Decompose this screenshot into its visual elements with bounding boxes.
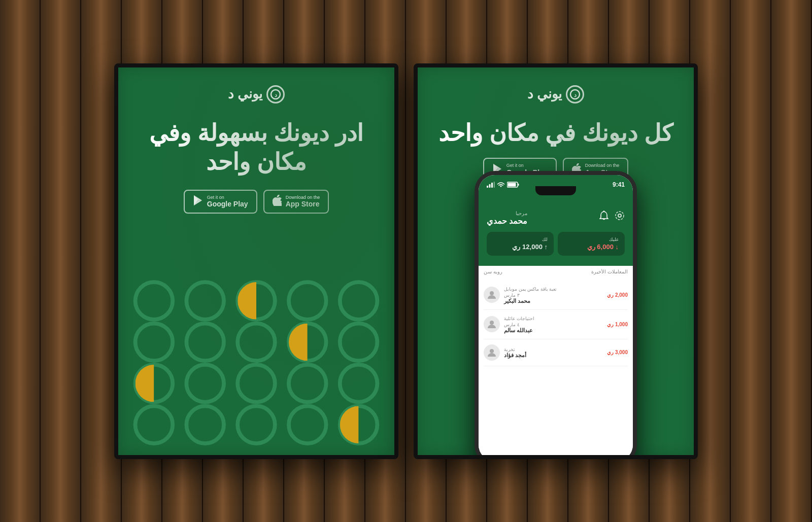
battery-icon: [507, 182, 519, 188]
transaction-item-3: 3,000 ري تخرية أمجد فؤاد: [484, 339, 628, 366]
svg-point-26: [289, 406, 326, 443]
phone-time: 9:41: [613, 181, 625, 188]
transaction-item-3-right: تخرية أمجد فؤاد: [484, 344, 526, 361]
poster2-logo-icon: د: [566, 85, 584, 103]
transaction-1-date: ٣ مارس: [504, 293, 520, 298]
poster2-headline: كل ديونك في مكان واحد: [418, 109, 693, 158]
svg-point-25: [238, 406, 275, 443]
poster1-app-store-button[interactable]: Download on the App Store: [263, 190, 329, 214]
svg-point-40: [616, 212, 624, 220]
poster1-app-store-text: Download on the App Store: [286, 195, 320, 209]
settings-icon: [615, 211, 625, 221]
wood-slat: [0, 0, 41, 522]
phone-transaction-list: 2,000 ري تعبة باقة ماكس يمن موبايل ٣ مار…: [479, 275, 633, 459]
status-icons: [487, 182, 519, 188]
signal-icon: [487, 182, 495, 188]
poster1-logo-wrapper: يوني د د: [228, 85, 285, 103]
poster1-google-play-text: Get it on Google Play: [207, 195, 248, 209]
user-icon-3: [487, 348, 496, 357]
transaction-3-details: تخرية أمجد فؤاد: [504, 346, 526, 359]
poster1-logo-icon: د: [266, 85, 285, 103]
svg-rect-34: [491, 183, 493, 188]
transaction-item-3-left: 3,000 ري: [603, 350, 628, 355]
avatar-2: [484, 316, 500, 332]
transaction-1-desc: تعبة باقة ماكس يمن موبايل: [504, 287, 557, 292]
svg-point-23: [136, 406, 173, 443]
transaction-amount-2: 1,000 ري: [607, 322, 628, 327]
svg-point-41: [490, 291, 494, 295]
balance-card-owe: عليك ↓ 6,000 ري: [558, 232, 625, 256]
phone-screen: 9:41: [479, 175, 633, 459]
transaction-item-1-left: 2,000 ري: [603, 292, 628, 298]
poster2-logo-area: يوني د د: [418, 67, 694, 109]
transaction-item-2: 1,000 ري احتياجات عائلية ٤ مارس عبدالله …: [484, 310, 628, 339]
svg-point-2: [136, 282, 173, 320]
poster1-logo-area: يوني د د: [118, 67, 394, 109]
transaction-item-1-right: تعبة باقة ماكس يمن موبايل ٣ مارس محمد ال…: [484, 286, 557, 304]
svg-point-43: [490, 349, 494, 353]
lend-amount: ↑ 12,000 ري: [493, 243, 548, 251]
poster-1: يوني د د ادر ديونك بسهولة وفي مكان واحد: [114, 63, 398, 459]
phone-body: 9:41: [475, 171, 637, 459]
balance-card-lend: لك ↑ 12,000 ري: [487, 232, 554, 256]
transaction-amount-3: 3,000 ري: [607, 350, 628, 355]
poster-2: يوني د د كل ديونك في مكان واحد: [414, 63, 698, 459]
svg-point-20: [238, 364, 275, 402]
owe-amount: ↓ 6,000 ري: [564, 243, 619, 251]
svg-rect-33: [489, 184, 491, 188]
svg-point-11: [238, 323, 275, 361]
user-icon-2: [487, 320, 496, 329]
phone-header-top: مرحبا محمد حمدي: [487, 211, 625, 226]
svg-point-7: [289, 282, 326, 320]
transaction-2-details: احتياجات عائلية ٤ مارس عبدالله سالم: [504, 315, 534, 334]
transaction-amount-1: 2,000 ري: [607, 292, 628, 298]
apple-icon: [273, 195, 282, 208]
transaction-2-date: ٤ مارس: [504, 322, 520, 327]
poster1-google-play-button[interactable]: Get it on Google Play: [184, 190, 257, 214]
svg-point-39: [618, 214, 621, 217]
svg-point-42: [490, 321, 494, 325]
phone-mockup: 9:41: [475, 171, 637, 459]
circles-decoration: [118, 272, 394, 455]
phone-greeting: مرحبا: [487, 211, 527, 216]
transaction-section-header: المعاملات الأخيرة رويه سن: [479, 266, 633, 275]
transaction-3-name: أمجد فؤاد: [504, 352, 526, 359]
avatar-1: [484, 287, 500, 303]
wood-slat: [771, 0, 812, 522]
transaction-2-desc: احتياجات عائلية: [504, 316, 534, 321]
view-all-label: المعاملات الأخيرة: [591, 269, 628, 274]
phone-user-name: محمد حمدي: [487, 216, 527, 226]
svg-rect-38: [518, 184, 519, 186]
phone-notch-visual: [535, 186, 576, 195]
circles-svg: [128, 277, 384, 450]
poster1-store-buttons: Get it on Google Play Download on the Ap…: [184, 190, 329, 214]
svg-rect-32: [487, 186, 488, 188]
svg-point-21: [289, 364, 326, 402]
wifi-icon: [497, 182, 505, 188]
svg-point-24: [186, 406, 224, 443]
transaction-item-1: 2,000 ري تعبة باقة ماكس يمن موبايل ٣ مار…: [484, 281, 628, 310]
svg-text:د: د: [574, 92, 577, 98]
svg-rect-37: [508, 183, 516, 186]
svg-point-10: [186, 323, 224, 361]
wood-slat: [731, 0, 771, 522]
avatar-3: [484, 344, 500, 361]
transaction-item-2-right: احتياجات عائلية ٤ مارس عبدالله سالم: [484, 315, 534, 334]
svg-point-8: [340, 282, 378, 320]
phone-notch-spacer: [479, 190, 633, 195]
poster1-logo-text: يوني د: [228, 86, 262, 102]
phone-balance-cards: عليك ↓ 6,000 ري لك ↑ 12,000 ري: [487, 232, 625, 256]
owe-label: عليك: [564, 237, 619, 242]
svg-point-15: [340, 323, 378, 361]
transaction-2-name: عبدالله سالم: [504, 327, 533, 334]
recent-label: رويه سن: [484, 269, 502, 274]
user-icon-1: [487, 290, 496, 299]
svg-point-9: [136, 323, 173, 361]
transaction-item-2-left: 1,000 ري: [603, 322, 628, 327]
svg-point-19: [186, 364, 224, 402]
svg-text:د: د: [275, 92, 277, 98]
play-store-icon: [193, 195, 203, 208]
phone-user-info: مرحبا محمد حمدي: [487, 211, 527, 226]
wood-slat: [41, 0, 81, 522]
poster2-logo-wrapper: يوني د د: [527, 85, 584, 103]
